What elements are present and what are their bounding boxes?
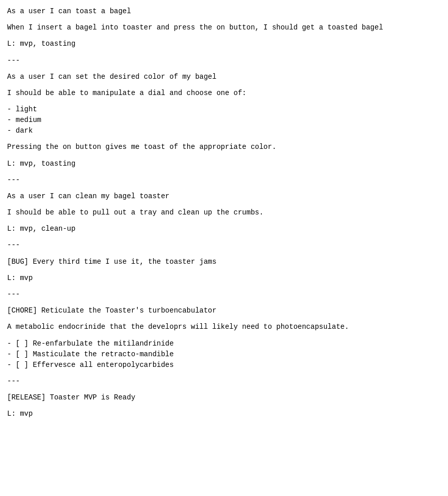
text-line: ---	[7, 240, 441, 251]
text-line: [BUG] Every third time I use it, the toa…	[7, 257, 441, 267]
text-line	[7, 267, 441, 273]
text-line	[7, 169, 441, 175]
text-line: As a user I can clean my bagel toaster	[7, 191, 441, 202]
text-line: - dark	[7, 126, 441, 136]
text-line	[7, 202, 441, 207]
text-line	[7, 251, 441, 256]
text-line	[7, 370, 441, 376]
text-line: L: mvp, toasting	[7, 159, 441, 169]
main-content: As a user I can toast a bagel When I ins…	[7, 6, 441, 419]
text-line	[7, 99, 441, 104]
text-line	[7, 234, 441, 240]
text-line: L: mvp	[7, 409, 441, 419]
text-line: ---	[7, 175, 441, 185]
text-line: As a user I can set the desired color of…	[7, 72, 441, 82]
text-line: As a user I can toast a bagel	[7, 6, 441, 17]
text-line	[7, 17, 441, 22]
text-line	[7, 49, 441, 55]
text-line	[7, 316, 441, 322]
text-line: L: mvp, toasting	[7, 39, 441, 49]
text-line	[7, 300, 441, 305]
text-line: I should be able to pull out a tray and …	[7, 207, 441, 218]
text-line: - [ ] Masticulate the retracto-mandible	[7, 349, 441, 360]
text-line: [RELEASE] Toaster MVP is Ready	[7, 392, 441, 403]
text-line	[7, 33, 441, 39]
text-line: - [ ] Re-enfarbulate the mitilandrinide	[7, 338, 441, 349]
text-line: - medium	[7, 115, 441, 126]
text-line: L: mvp	[7, 273, 441, 284]
text-line: - [ ] Effervesce all enteropolycarbides	[7, 360, 441, 370]
text-line: A metabolic endocrinide that the develop…	[7, 322, 441, 332]
text-line: - light	[7, 104, 441, 115]
text-line: When I insert a bagel into toaster and p…	[7, 22, 441, 33]
text-line: [CHORE] Reticulate the Toaster's turboen…	[7, 305, 441, 316]
text-line	[7, 82, 441, 88]
text-line: ---	[7, 376, 441, 387]
text-line: ---	[7, 289, 441, 300]
text-line	[7, 403, 441, 409]
text-line: I should be able to manipulate a dial an…	[7, 88, 441, 99]
text-line	[7, 185, 441, 191]
text-line: L: mvp, clean-up	[7, 224, 441, 234]
text-line	[7, 152, 441, 158]
text-line	[7, 66, 441, 72]
text-line	[7, 332, 441, 338]
text-line: Pressing the on button gives me toast of…	[7, 142, 441, 152]
text-line	[7, 218, 441, 224]
text-line	[7, 136, 441, 142]
text-line: ---	[7, 55, 441, 66]
text-line	[7, 284, 441, 289]
text-line	[7, 387, 441, 392]
